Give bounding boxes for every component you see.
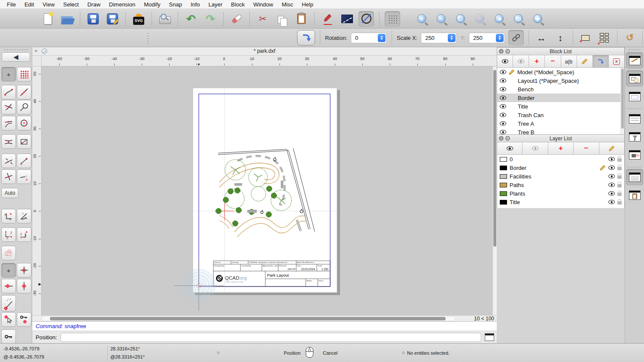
- zoom-out-button[interactable]: −: [433, 11, 449, 27]
- relative-polar-button[interactable]: 12: [17, 227, 31, 242]
- set-relative-zero-button[interactable]: [1, 312, 16, 327]
- zoom-window-button[interactable]: [510, 11, 526, 27]
- command-line-toggle-button[interactable]: [626, 169, 643, 185]
- horizontal-scrollbar[interactable]: [42, 316, 455, 321]
- vertical-scrollbar-thumb[interactable]: [493, 70, 496, 247]
- menu-info[interactable]: Info: [186, 1, 204, 8]
- pan-button[interactable]: ✚: [530, 11, 545, 27]
- save-as-button[interactable]: [105, 11, 120, 27]
- eye-icon[interactable]: [608, 200, 615, 204]
- position-input[interactable]: [61, 333, 481, 342]
- snap-back-button[interactable]: ◀: [2, 52, 30, 62]
- lock-button[interactable]: [1, 329, 16, 344]
- lock-relative-zero-button[interactable]: [17, 312, 31, 327]
- snap-reference-button[interactable]: [17, 134, 31, 149]
- undo-button[interactable]: ↶: [183, 11, 199, 27]
- restrict-vertical-button[interactable]: [17, 279, 31, 293]
- show-block-button[interactable]: [497, 55, 513, 67]
- layer-list-toggle-button[interactable]: [626, 70, 643, 87]
- flip-horizontal-button[interactable]: ↔: [534, 30, 549, 45]
- block-row-bench[interactable]: Bench: [497, 85, 624, 94]
- viewport-toggle-button[interactable]: [626, 147, 643, 163]
- block-row-model[interactable]: Model (*Model_Space): [497, 68, 624, 76]
- snap-center-button[interactable]: [17, 116, 31, 130]
- insert-block-button[interactable]: [593, 55, 609, 67]
- restrict-orthogonal-button[interactable]: [17, 263, 31, 278]
- draw-pencil-button[interactable]: [320, 11, 335, 27]
- stepper-icon[interactable]: [448, 34, 456, 42]
- array-placement-button[interactable]: [597, 30, 612, 45]
- eye-icon[interactable]: [608, 183, 615, 187]
- snap-intersection-manual-button[interactable]: !: [17, 169, 31, 184]
- snap-intersection-button[interactable]: [1, 100, 16, 115]
- measure-button[interactable]: [339, 11, 355, 27]
- library-browser-toggle-button[interactable]: [626, 111, 643, 127]
- snap-distance-button[interactable]: 12: [17, 154, 31, 168]
- menu-draw[interactable]: Draw: [83, 1, 104, 8]
- lock-icon[interactable]: [617, 167, 622, 170]
- toolbar-handle[interactable]: [628, 49, 641, 51]
- block-row-tree-b[interactable]: Tree B: [497, 128, 624, 134]
- layer-row-plants[interactable]: Plants: [497, 189, 624, 198]
- hide-layer-button[interactable]: [522, 142, 548, 154]
- snap-intersection-x-button[interactable]: [1, 169, 16, 184]
- print-preview-button[interactable]: [157, 11, 173, 27]
- block-row-title[interactable]: Title: [497, 102, 624, 111]
- vertical-scrollbar[interactable]: [492, 66, 497, 315]
- eye-icon[interactable]: [608, 174, 615, 178]
- layer-row-border[interactable]: Border: [497, 163, 624, 172]
- stepper-icon[interactable]: [496, 34, 504, 42]
- command-line[interactable]: Command: snapfree: [32, 321, 497, 331]
- block-row-tree-a[interactable]: Tree A: [497, 119, 624, 128]
- lock-icon[interactable]: [617, 158, 622, 162]
- snap-auto-mode-button[interactable]: Auto: [1, 188, 18, 198]
- zoom-in-button[interactable]: +: [414, 11, 429, 27]
- rotation-input[interactable]: 0: [351, 33, 387, 43]
- clipboard-panel-toggle-button[interactable]: [626, 187, 643, 203]
- restrict-angle-button[interactable]: [1, 295, 16, 311]
- property-editor-toggle-button[interactable]: [626, 88, 643, 105]
- horizontal-scrollbar-thumb[interactable]: [50, 317, 446, 320]
- scale-x-input[interactable]: 250: [421, 33, 457, 43]
- lock-icon[interactable]: [617, 175, 622, 179]
- snap-auto-button[interactable]: [1, 154, 16, 168]
- copy-button[interactable]: [274, 11, 290, 27]
- scale-y-input[interactable]: 250: [469, 33, 505, 43]
- eye-icon[interactable]: [608, 166, 615, 170]
- svg-export-button[interactable]: SVG: [131, 11, 146, 27]
- command-history-button[interactable]: [485, 333, 494, 341]
- menu-file[interactable]: File: [3, 1, 20, 8]
- lock-icon[interactable]: [617, 201, 622, 205]
- menu-help[interactable]: Help: [298, 1, 318, 8]
- drawing-canvas[interactable]: Item ref Quantity Title/Name, designatio…: [42, 66, 492, 315]
- menu-select[interactable]: Select: [59, 1, 83, 8]
- hide-block-button[interactable]: [513, 55, 529, 67]
- menu-view[interactable]: View: [38, 1, 59, 8]
- relative-cartesian-button[interactable]: 12: [1, 227, 16, 242]
- previous-view-button[interactable]: ◀: [491, 11, 507, 27]
- flip-vertical-button[interactable]: ↕: [553, 30, 568, 45]
- snap-tangent-button[interactable]: [1, 116, 16, 130]
- block-list-scrollbar-thumb[interactable]: [621, 69, 624, 129]
- block-list-scrollbar[interactable]: [620, 68, 624, 134]
- remove-layer-button[interactable]: −: [574, 142, 599, 154]
- toolbar-handle[interactable]: [3, 49, 28, 51]
- eye-icon[interactable]: [608, 157, 615, 161]
- coordinate-cartesian-button[interactable]: yx: [1, 209, 16, 223]
- rotate-ccw-button[interactable]: ↺: [622, 30, 638, 45]
- single-placement-button[interactable]: [578, 30, 593, 45]
- layer-row-paths[interactable]: Paths: [497, 181, 624, 189]
- selection-filter-toggle-button[interactable]: [626, 129, 643, 145]
- block-row-border[interactable]: Border: [497, 94, 624, 102]
- add-layer-button[interactable]: +: [548, 142, 574, 154]
- open-file-button[interactable]: [59, 11, 75, 27]
- float-panel-icon[interactable]: [505, 49, 510, 54]
- rename-block-button[interactable]: a|b: [561, 55, 577, 67]
- menu-edit[interactable]: Edit: [20, 1, 38, 8]
- lock-icon[interactable]: [617, 184, 622, 187]
- redo-button[interactable]: ↷: [203, 11, 218, 27]
- new-file-button[interactable]: [40, 11, 55, 27]
- menu-layer[interactable]: Layer: [204, 1, 227, 8]
- restrict-none-button[interactable]: +: [1, 263, 16, 278]
- float-panel-icon[interactable]: [505, 136, 510, 141]
